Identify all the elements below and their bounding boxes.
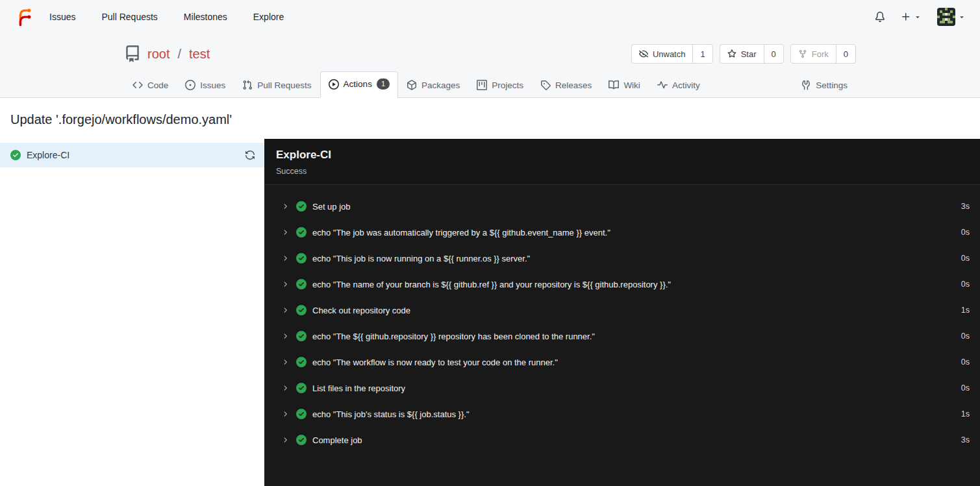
tab-actions[interactable]: Actions 1 bbox=[320, 71, 398, 98]
job-item-explore-ci[interactable]: Explore-CI bbox=[0, 143, 264, 167]
tab-label: Code bbox=[147, 80, 168, 90]
star-button[interactable]: Star bbox=[720, 45, 764, 63]
tab-label: Actions bbox=[344, 79, 372, 89]
step-duration: 0s bbox=[961, 358, 970, 367]
fork-button[interactable]: Fork bbox=[791, 45, 836, 63]
step-duration: 3s bbox=[961, 435, 970, 444]
job-log-panel: Explore-CI Success Set up job 3s echo "T… bbox=[264, 139, 980, 486]
repo-path-separator: / bbox=[177, 47, 181, 62]
rerun-sync-icon[interactable] bbox=[245, 150, 255, 160]
avatar bbox=[937, 8, 955, 26]
chevron-right-icon bbox=[281, 202, 289, 210]
step-row[interactable]: Complete job 3s bbox=[264, 427, 980, 453]
tab-label: Pull Requests bbox=[257, 80, 311, 90]
step-row[interactable]: Set up job 3s bbox=[264, 193, 980, 219]
step-name: echo "The job was automatically triggere… bbox=[312, 228, 610, 237]
tab-releases[interactable]: Releases bbox=[532, 73, 600, 98]
step-row[interactable]: echo "This job's status is ${{ job.statu… bbox=[264, 401, 980, 427]
eye-closed-icon bbox=[639, 49, 648, 58]
step-row[interactable]: echo "This job is now running on a ${{ r… bbox=[264, 245, 980, 271]
job-panel-title: Explore-CI bbox=[276, 149, 968, 162]
job-name: Explore-CI bbox=[27, 150, 69, 160]
step-name: echo "This job's status is ${{ job.statu… bbox=[312, 409, 470, 419]
project-board-icon bbox=[477, 80, 487, 90]
plus-icon bbox=[901, 12, 911, 22]
play-circle-icon bbox=[329, 79, 339, 90]
unwatch-button[interactable]: Unwatch bbox=[632, 45, 693, 63]
bell-icon bbox=[875, 12, 885, 22]
star-label: Star bbox=[741, 49, 757, 59]
tab-label: Projects bbox=[492, 80, 523, 90]
forks-count[interactable]: 0 bbox=[836, 45, 855, 63]
tab-issues[interactable]: Issues bbox=[177, 73, 234, 98]
check-circle-icon bbox=[296, 305, 307, 315]
step-row[interactable]: echo "The workflow is now ready to test … bbox=[264, 349, 980, 375]
tab-label: Activity bbox=[672, 80, 700, 90]
fork-icon bbox=[798, 49, 807, 58]
steps-list: Set up job 3s echo "The job was automati… bbox=[264, 185, 980, 453]
book-icon bbox=[609, 80, 619, 90]
navbar-item-milestones[interactable]: Milestones bbox=[184, 12, 227, 22]
stars-count[interactable]: 0 bbox=[764, 45, 783, 63]
step-row[interactable]: echo "The ${{ github.repository }} repos… bbox=[264, 323, 980, 349]
tab-settings[interactable]: Settings bbox=[792, 73, 856, 98]
create-new-menu-button[interactable] bbox=[901, 12, 922, 22]
package-icon bbox=[407, 80, 417, 90]
fork-button-group: Fork 0 bbox=[790, 44, 856, 64]
step-duration: 1s bbox=[961, 409, 970, 419]
step-row[interactable]: echo "The job was automatically triggere… bbox=[264, 219, 980, 245]
step-duration: 0s bbox=[961, 254, 970, 263]
tab-wiki[interactable]: Wiki bbox=[600, 73, 649, 98]
tab-label: Packages bbox=[421, 80, 460, 90]
pulse-icon bbox=[657, 80, 668, 90]
tag-icon bbox=[540, 80, 551, 90]
chevron-right-icon bbox=[281, 410, 289, 418]
tab-packages[interactable]: Packages bbox=[398, 73, 468, 98]
navbar-item-explore[interactable]: Explore bbox=[253, 12, 284, 22]
user-menu-button[interactable] bbox=[937, 8, 966, 26]
step-row[interactable]: Check out repository code 1s bbox=[264, 297, 980, 323]
repo-name-link[interactable]: test bbox=[189, 47, 210, 62]
caret-down-icon bbox=[958, 13, 966, 21]
repo-header: root / test Unwatch 1 Star 0 bbox=[0, 34, 980, 98]
navbar-right bbox=[875, 8, 966, 26]
step-duration: 3s bbox=[961, 202, 970, 211]
forgejo-logo-icon[interactable] bbox=[14, 7, 34, 27]
tab-pull-requests[interactable]: Pull Requests bbox=[234, 73, 320, 98]
chevron-right-icon bbox=[281, 358, 289, 366]
chevron-right-icon bbox=[281, 306, 289, 314]
notifications-button[interactable] bbox=[875, 12, 885, 22]
chevron-right-icon bbox=[281, 280, 289, 288]
star-button-group: Star 0 bbox=[720, 44, 784, 64]
tab-activity[interactable]: Activity bbox=[649, 73, 709, 98]
step-duration: 1s bbox=[961, 306, 970, 315]
job-status-text: Success bbox=[276, 167, 968, 176]
navbar-item-issues[interactable]: Issues bbox=[49, 12, 75, 22]
check-circle-icon bbox=[296, 331, 307, 341]
unwatch-button-group: Unwatch 1 bbox=[631, 44, 713, 64]
step-duration: 0s bbox=[961, 280, 970, 289]
star-icon bbox=[727, 49, 736, 58]
check-circle-icon bbox=[296, 357, 307, 367]
tab-code[interactable]: Code bbox=[124, 73, 177, 98]
step-row[interactable]: List files in the repository 0s bbox=[264, 375, 980, 401]
issue-opened-icon bbox=[185, 80, 195, 90]
repo-owner-link[interactable]: root bbox=[147, 47, 170, 62]
step-duration: 0s bbox=[961, 383, 970, 393]
actions-count-badge: 1 bbox=[377, 79, 390, 90]
check-circle-icon bbox=[296, 227, 307, 237]
chevron-right-icon bbox=[281, 228, 289, 236]
watchers-count[interactable]: 1 bbox=[692, 45, 712, 63]
navbar-item-pull-requests[interactable]: Pull Requests bbox=[101, 12, 157, 22]
tab-projects[interactable]: Projects bbox=[468, 73, 532, 98]
check-circle-icon bbox=[296, 383, 307, 393]
workflow-run-view: Explore-CI Explore-CI Success Set up job… bbox=[0, 139, 980, 486]
check-circle-icon bbox=[10, 150, 21, 160]
run-commit-title: Update '.forgejo/workflows/demo.yaml' bbox=[0, 98, 980, 139]
step-name: echo "This job is now running on a ${{ r… bbox=[312, 254, 530, 263]
top-navbar: Issues Pull Requests Milestones Explore bbox=[0, 0, 980, 34]
repo-action-buttons: Unwatch 1 Star 0 Fork 0 bbox=[631, 44, 856, 64]
chevron-right-icon bbox=[281, 384, 289, 392]
step-row[interactable]: echo "The name of your branch is ${{ git… bbox=[264, 271, 980, 297]
pull-request-icon bbox=[242, 80, 253, 90]
